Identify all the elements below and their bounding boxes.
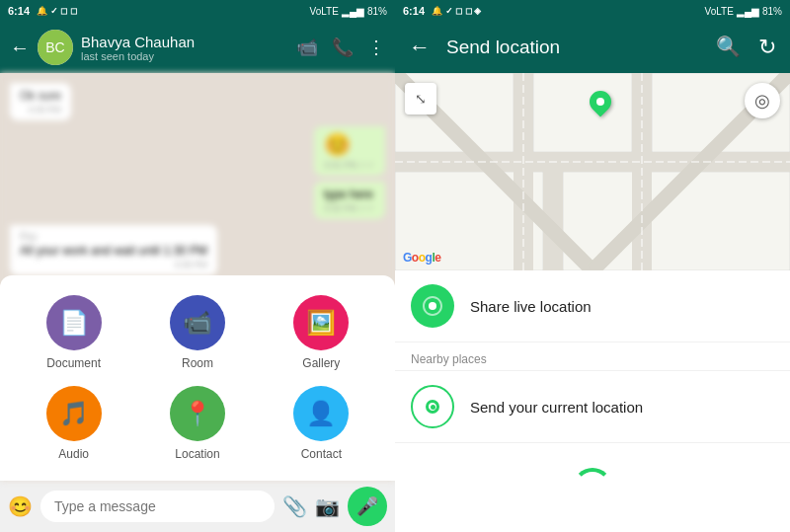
message-bubble-in-2: Ray All your work and wait until 1:30 PM…: [10, 225, 217, 275]
message-bubble-out-2: type here 3:32 PM ✓✓: [314, 182, 385, 219]
refresh-icon[interactable]: ↻: [758, 35, 776, 60]
current-location-ring: [426, 400, 439, 414]
google-logo: Google: [403, 251, 440, 265]
g-red: o: [412, 251, 419, 265]
g-yellow: o: [419, 251, 426, 265]
contact-name: Bhavya Chauhan: [81, 34, 288, 50]
mic-button[interactable]: 🎤: [348, 487, 387, 526]
left-status-time: 6:14 🔔 ✓ ◻ ◻: [8, 5, 77, 17]
g-blue: G: [403, 251, 412, 265]
paperclip-icon[interactable]: 📎: [282, 494, 307, 518]
loading-spinner: [573, 468, 612, 507]
room-icon: 📹: [170, 295, 225, 350]
signal-icon-right: ▂▄▆: [737, 6, 759, 17]
svg-point-16: [431, 304, 434, 308]
msg-text: Ok sure: [20, 89, 61, 103]
message-bubble-out-1: 😊 3:31 PM ✓✓: [314, 126, 385, 176]
header-action-icons: 🔍 ↻: [716, 35, 776, 60]
msg-time: 3:31 PM ✓✓: [324, 160, 375, 170]
msg-time: 3:32 PM ✓✓: [324, 203, 375, 213]
back-icon-left[interactable]: ←: [10, 37, 30, 59]
left-status-right: VoLTE ▂▄▆ 81%: [310, 6, 387, 17]
map-expand-button[interactable]: ⤡: [405, 83, 436, 114]
map-area: ⤡ ◎ Google: [395, 73, 790, 270]
right-status-bar: 6:14 🔔 ✓ ◻ ◻ ◈ VoLTE ▂▄▆ 81%: [395, 0, 790, 22]
time-left: 6:14: [8, 5, 30, 17]
current-location-title: Send your current location: [470, 399, 774, 416]
call-icon[interactable]: 📞: [332, 37, 354, 58]
nearby-places-label: Nearby places: [395, 342, 790, 371]
live-location-title: Share live location: [470, 298, 774, 315]
expand-icon: ⤡: [415, 91, 427, 107]
left-panel: 6:14 🔔 ✓ ◻ ◻ VoLTE ▂▄▆ 81% ← BC Bhavya C…: [0, 0, 395, 532]
send-current-location-option[interactable]: Send your current location: [395, 371, 790, 443]
attachment-menu: 📄 Document 📹 Room 🖼️ Gallery 🎵 Audio 📍 L…: [0, 275, 395, 481]
message-input[interactable]: [40, 491, 275, 522]
right-notif-icons: 🔔 ✓ ◻ ◻ ◈: [432, 6, 481, 16]
back-icon-right[interactable]: ←: [409, 35, 431, 60]
map-locate-button[interactable]: ◎: [745, 83, 780, 118]
mic-icon: 🎤: [356, 495, 378, 517]
emoji-button[interactable]: 😊: [8, 494, 33, 518]
right-panel: 6:14 🔔 ✓ ◻ ◻ ◈ VoLTE ▂▄▆ 81% ← Send loca…: [395, 0, 790, 532]
battery-right: 81%: [762, 6, 782, 17]
attach-location[interactable]: 📍 Location: [143, 386, 251, 461]
document-label: Document: [46, 356, 101, 370]
message-bubble-in-1: Ok sure 3:30 PM: [10, 83, 71, 120]
more-icon[interactable]: ⋮: [367, 37, 385, 58]
live-icon-svg: [421, 294, 444, 318]
msg-time: 3:30 PM: [20, 105, 61, 114]
signal-icon: ▂▄▆: [342, 6, 364, 17]
contact-info: Bhavya Chauhan last seen today: [81, 34, 288, 62]
attach-contact[interactable]: 👤 Contact: [268, 386, 375, 461]
locate-icon: ◎: [754, 90, 770, 112]
live-location-icon: [411, 284, 454, 328]
attach-grid: 📄 Document 📹 Room 🖼️ Gallery 🎵 Audio 📍 L…: [20, 295, 375, 461]
document-icon: 📄: [46, 295, 102, 350]
chat-header: ← BC Bhavya Chauhan last seen today 📹 📞 …: [0, 22, 395, 73]
gallery-icon: 🖼️: [293, 295, 349, 350]
current-location-dot: [431, 405, 435, 410]
contact-status: last seen today: [81, 50, 288, 62]
camera-icon[interactable]: 📷: [315, 494, 340, 518]
send-location-title: Send location: [446, 37, 700, 58]
map-pin: [590, 91, 611, 113]
share-live-location-option[interactable]: Share live location: [395, 270, 790, 342]
avatar-initials: BC: [38, 30, 73, 65]
msg-text: All your work and wait until 1:30 PM: [20, 244, 207, 258]
attach-gallery[interactable]: 🖼️ Gallery: [268, 295, 375, 370]
g-red2: e: [434, 251, 440, 265]
audio-label: Audio: [58, 447, 89, 461]
gallery-label: Gallery: [302, 356, 340, 370]
svg-rect-9: [543, 152, 563, 270]
sender-name: Ray: [20, 231, 207, 242]
live-location-text: Share live location: [470, 298, 774, 315]
header-icons-left: 📹 📞 ⋮: [296, 37, 385, 58]
attach-room[interactable]: 📹 Room: [143, 295, 251, 370]
notif-icons: 🔔 ✓ ◻ ◻: [37, 6, 77, 16]
right-status-time: 6:14 🔔 ✓ ◻ ◻ ◈: [403, 5, 481, 17]
network-left: VoLTE: [310, 6, 339, 17]
attach-audio[interactable]: 🎵 Audio: [20, 386, 127, 461]
msg-text: type here: [324, 188, 375, 201]
contact-label: Contact: [301, 447, 342, 461]
loading-area: [395, 443, 790, 532]
audio-icon: 🎵: [46, 386, 102, 441]
msg-time: 3:35 PM: [20, 260, 207, 269]
pin-center: [596, 98, 604, 106]
svg-rect-2: [533, 73, 632, 152]
battery-left: 81%: [367, 6, 387, 17]
attach-document[interactable]: 📄 Document: [20, 295, 127, 370]
video-call-icon[interactable]: 📹: [296, 37, 318, 58]
network-right: VoLTE: [705, 6, 734, 17]
current-location-text: Send your current location: [470, 399, 774, 416]
current-location-icon: [411, 385, 454, 428]
send-location-header: ← Send location 🔍 ↻: [395, 22, 790, 73]
contact-avatar: BC: [38, 30, 73, 65]
right-status-right: VoLTE ▂▄▆ 81%: [705, 6, 782, 17]
msg-emoji: 😊: [324, 132, 375, 158]
left-status-bar: 6:14 🔔 ✓ ◻ ◻ VoLTE ▂▄▆ 81%: [0, 0, 395, 22]
search-icon[interactable]: 🔍: [716, 35, 741, 60]
room-label: Room: [182, 356, 213, 370]
chat-input-bar: 😊 📎 📷 🎤: [0, 481, 395, 532]
